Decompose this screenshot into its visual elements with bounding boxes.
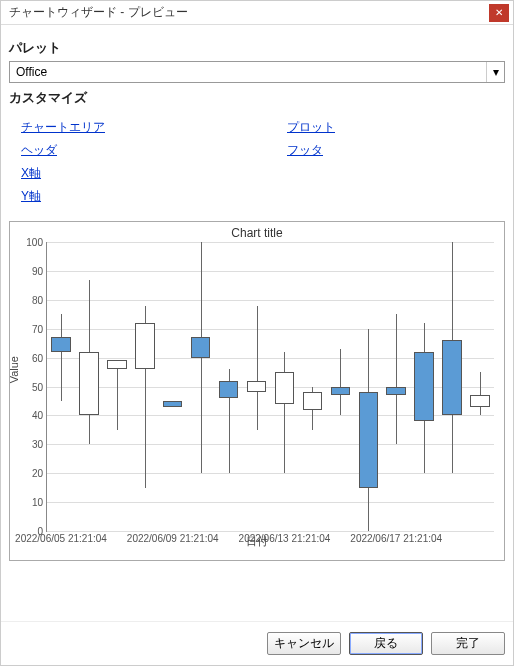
plot-canvas: 01020304050607080901002022/06/05 21:21:0…	[46, 242, 494, 532]
titlebar: チャートウィザード - プレビュー ✕	[1, 1, 513, 25]
link-footer[interactable]: フッタ	[287, 142, 493, 159]
y-tick-label: 90	[32, 265, 47, 276]
window-title: チャートウィザード - プレビュー	[5, 4, 489, 21]
candle-wick	[117, 360, 118, 429]
candle-wick	[396, 314, 397, 444]
candle-wick	[61, 314, 62, 401]
finish-button[interactable]: 完了	[431, 632, 505, 655]
candle-body	[79, 352, 99, 416]
y-tick-label: 40	[32, 410, 47, 421]
candle-body	[107, 360, 127, 369]
gridline	[47, 329, 494, 330]
x-tick-label: 2022/06/13 21:21:04	[239, 531, 331, 544]
candle-body	[386, 387, 406, 396]
customize-links: チャートエリア プロット ヘッダ フッタ X軸 Y軸	[9, 111, 505, 217]
candle-body	[414, 352, 434, 421]
candle-body	[135, 323, 155, 369]
candle-body	[303, 392, 323, 409]
gridline	[47, 242, 494, 243]
candle-wick	[257, 306, 258, 430]
gridline	[47, 271, 494, 272]
y-tick-label: 100	[26, 237, 47, 248]
y-tick-label: 70	[32, 323, 47, 334]
link-chart-area[interactable]: チャートエリア	[21, 119, 227, 136]
chevron-down-icon: ▾	[486, 62, 504, 82]
candle-wick	[340, 349, 341, 415]
y-axis-label: Value	[8, 356, 20, 383]
x-tick-label: 2022/06/09 21:21:04	[127, 531, 219, 544]
x-tick-label: 2022/06/17 21:21:04	[350, 531, 442, 544]
gridline	[47, 444, 494, 445]
palette-label: パレット	[9, 39, 505, 57]
chart-title: Chart title	[10, 222, 504, 242]
candle-wick	[201, 242, 202, 473]
y-tick-label: 80	[32, 294, 47, 305]
candle-wick	[284, 352, 285, 473]
button-bar: キャンセル 戻る 完了	[1, 621, 513, 665]
cancel-button[interactable]: キャンセル	[267, 632, 341, 655]
back-button[interactable]: 戻る	[349, 632, 423, 655]
y-tick-label: 10	[32, 497, 47, 508]
candle-body	[275, 372, 295, 404]
palette-dropdown[interactable]: Office ▾	[9, 61, 505, 83]
gridline	[47, 473, 494, 474]
chart-wizard-window: チャートウィザード - プレビュー ✕ パレット Office ▾ カスタマイズ…	[0, 0, 514, 666]
plot-area: 01020304050607080901002022/06/05 21:21:0…	[46, 242, 494, 532]
candle-body	[163, 401, 183, 407]
link-header[interactable]: ヘッダ	[21, 142, 227, 159]
link-plot[interactable]: プロット	[287, 119, 493, 136]
palette-selected: Office	[10, 65, 486, 79]
gridline	[47, 502, 494, 503]
x-tick-label: 2022/06/05 21:21:04	[15, 531, 107, 544]
chart-preview: Chart title Value 0102030405060708090100…	[9, 221, 505, 561]
candle-body	[247, 381, 267, 393]
y-tick-label: 20	[32, 468, 47, 479]
customize-label: カスタマイズ	[9, 89, 505, 107]
gridline	[47, 300, 494, 301]
y-tick-label: 30	[32, 439, 47, 450]
candle-body	[51, 337, 71, 351]
candle-body	[359, 392, 379, 487]
y-tick-label: 50	[32, 381, 47, 392]
candle-body	[219, 381, 239, 398]
candle-body	[331, 387, 351, 396]
close-icon: ✕	[495, 7, 503, 18]
candle-body	[470, 395, 490, 407]
candle-body	[442, 340, 462, 415]
link-xaxis[interactable]: X軸	[21, 165, 227, 182]
link-yaxis[interactable]: Y軸	[21, 188, 227, 205]
close-button[interactable]: ✕	[489, 4, 509, 22]
candle-wick	[480, 372, 481, 415]
y-tick-label: 60	[32, 352, 47, 363]
content-area: パレット Office ▾ カスタマイズ チャートエリア プロット ヘッダ フッ…	[1, 25, 513, 621]
candle-body	[191, 337, 211, 357]
